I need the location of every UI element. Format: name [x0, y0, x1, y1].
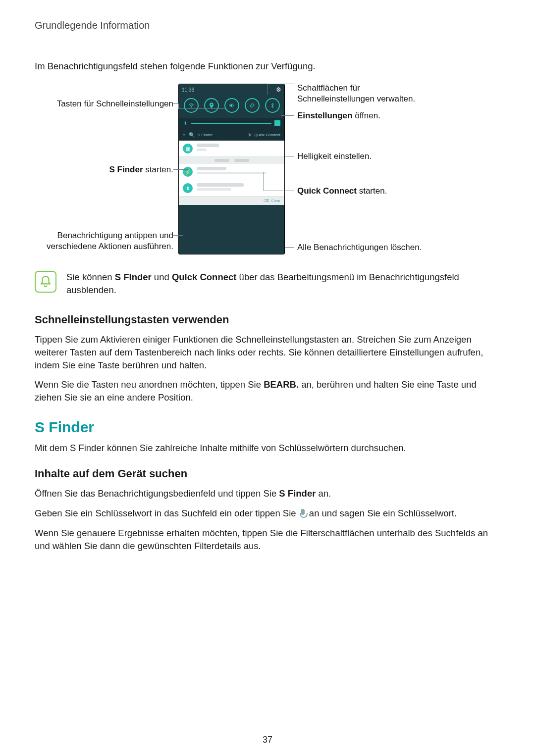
rotate-icon: [245, 98, 260, 113]
paragraph: Geben Sie ein Schlüsselwort in das Suchf…: [35, 507, 500, 520]
paragraph: Tippen Sie zum Aktivieren einiger Funkti…: [35, 333, 500, 372]
brightness-slider: ☀: [179, 118, 284, 129]
callout-clear-all: Alle Benachrichtigungen löschen.: [297, 242, 422, 252]
paragraph: Wenn Sie genauere Ergebnisse erhalten mö…: [35, 527, 500, 553]
heading-search-content: Inhalte auf dem Gerät suchen: [35, 467, 500, 480]
notification-card: ▦: [179, 141, 284, 157]
callout-notification-tap: Benachrichtigung antippen und verschiede…: [35, 230, 173, 252]
clear-icon: ⌫: [264, 199, 269, 203]
sfinder-label: S Finder: [198, 133, 213, 137]
callout-sfinder: S Finder starten.: [35, 164, 173, 175]
svg-point-0: [191, 106, 192, 107]
bluetooth-icon: [265, 98, 280, 113]
finder-row: ≡🔍 S Finder ✳ Quick Connect: [179, 129, 284, 141]
paragraph: Mit dem S Finder können Sie zahlreiche I…: [35, 442, 500, 454]
callout-open-settings: Einstellungen öffnen.: [297, 110, 380, 121]
phone-screenshot: 11:36 ⚙: [178, 84, 285, 254]
gear-icon: ⚙: [276, 86, 281, 93]
notification-card: ⚡: [179, 164, 284, 180]
callout-quickconnect: Quick Connect starten.: [297, 186, 387, 196]
svg-rect-1: [250, 103, 254, 107]
battery-icon: ⚡: [183, 167, 193, 177]
paragraph: Wenn Sie die Tasten neu anordnen möchten…: [35, 378, 500, 404]
paragraph: Öffnen Sie das Benachrichtigungsbedienfe…: [35, 487, 500, 500]
intro-paragraph: Im Benachrichtigungsfeld stehen folgende…: [35, 61, 500, 72]
page-number: 37: [0, 735, 535, 745]
heading-quick-settings: Schnelleinstellungstasten verwenden: [35, 313, 500, 326]
usb-icon: ⬍: [183, 183, 193, 193]
callout-brightness: Helligkeit einstellen.: [297, 151, 372, 161]
microphone-icon: [299, 509, 307, 518]
calendar-icon: ▦: [183, 144, 193, 153]
bell-icon: [35, 271, 56, 293]
quickconnect-label: Quick Connect: [255, 133, 280, 137]
sound-icon: [224, 98, 239, 113]
quick-settings-row: [179, 95, 284, 118]
notification-panel-diagram: 11:36 ⚙: [35, 84, 471, 262]
callout-manage-buttons: Schaltflächen für Schnelleinstellungen v…: [297, 83, 415, 104]
status-time: 11:36: [182, 87, 194, 93]
wifi-icon: [184, 98, 199, 113]
tip-text: Sie können S Finder und Quick Connect üb…: [66, 271, 500, 297]
tip-box: Sie können S Finder und Quick Connect üb…: [35, 271, 500, 297]
heading-sfinder: S Finder: [35, 419, 500, 436]
notification-card: ⬍: [179, 180, 284, 197]
clear-label: Clear: [271, 199, 280, 203]
section-header: Grundlegende Information: [35, 20, 500, 31]
location-icon: [204, 98, 219, 113]
callout-quick-keys: Tasten für Schnelleinstellungen: [35, 99, 173, 109]
